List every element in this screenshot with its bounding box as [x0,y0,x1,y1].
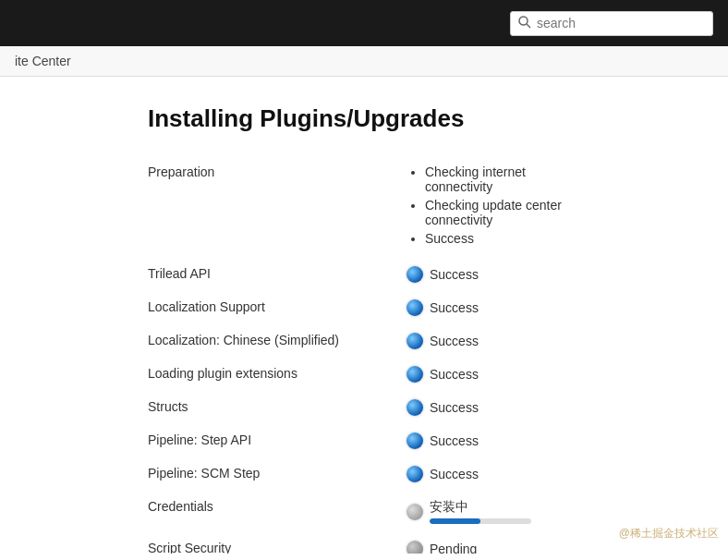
status-ball [406,266,423,283]
plugin-row: Trilead APISuccess [148,261,580,288]
search-box[interactable] [510,11,713,36]
status-text: Pending [430,542,477,554]
plugin-row: Script SecurityPending [148,535,580,554]
status-text: Success [430,300,479,315]
plugin-status: Success [406,327,580,355]
plugin-name: Localization: Chinese (Simplified) [148,327,406,353]
plugin-row: Credentials安装中 [148,493,580,530]
prep-item-3: Success [425,231,580,246]
status-ball [406,432,423,449]
plugin-status: Success [406,460,580,488]
prep-item-1: Checking internet connectivity [425,164,580,194]
svg-line-1 [527,24,530,28]
status-ball [406,504,423,520]
plugin-status: Success [406,261,580,288]
status-text: Success [430,267,479,282]
plugin-name: Structs [148,394,406,420]
progress-bar-wrap [430,518,531,524]
plugin-status: Success [406,427,580,455]
plugin-row: Loading plugin extensionsSuccess [148,360,580,388]
preparation-row: Preparation Checking internet connectivi… [148,159,580,255]
plugin-status: 安装中 [406,493,580,530]
main-content: Installing Plugins/Upgrades Preparation … [0,77,728,554]
plugin-status: Success [406,394,580,421]
status-text: Success [430,334,479,348]
status-text: Success [430,367,479,382]
status-ball [406,466,423,482]
status-text: Success [430,433,479,448]
plugin-name: Pipeline: Step API [148,427,406,453]
plugin-status: Success [406,294,580,322]
navbar [0,0,728,46]
plugin-row: Localization: Chinese (Simplified)Succes… [148,327,580,355]
plugin-row: Localization SupportSuccess [148,294,580,322]
search-input[interactable] [537,16,685,30]
status-text: Success [430,467,479,481]
status-ball [406,366,423,383]
plugin-name: Trilead API [148,261,406,286]
preparation-label: Preparation [148,159,406,185]
plugin-name: Script Security [148,535,406,554]
progress-container: 安装中 [430,499,531,524]
svg-point-0 [519,17,528,25]
status-ball [406,541,423,554]
plugin-status: Success [406,360,580,388]
plugin-row: StructsSuccess [148,394,580,421]
plugin-row: Pipeline: Step APISuccess [148,427,580,455]
page-title: Installing Plugins/Upgrades [148,104,580,133]
plugin-status: Pending [406,535,580,554]
status-ball [406,299,423,316]
prep-item-2: Checking update center connectivity [425,198,580,227]
plugin-name: Localization Support [148,294,406,320]
plugin-name: Pipeline: SCM Step [148,460,406,486]
status-ball [406,333,423,349]
subnav: ite Center [0,46,728,77]
breadcrumb: ite Center [15,54,71,68]
progress-bar-fill [430,518,480,524]
plugin-name: Credentials [148,493,406,519]
status-ball [406,399,423,416]
status-text: Success [430,400,479,415]
search-icon [518,16,531,31]
preparation-list: Checking internet connectivity Checking … [406,164,580,246]
installing-label: 安装中 [430,499,531,516]
plugin-row: Pipeline: SCM StepSuccess [148,460,580,488]
plugin-name: Loading plugin extensions [148,360,406,386]
plugin-rows: Trilead APISuccessLocalization SupportSu… [148,261,580,554]
